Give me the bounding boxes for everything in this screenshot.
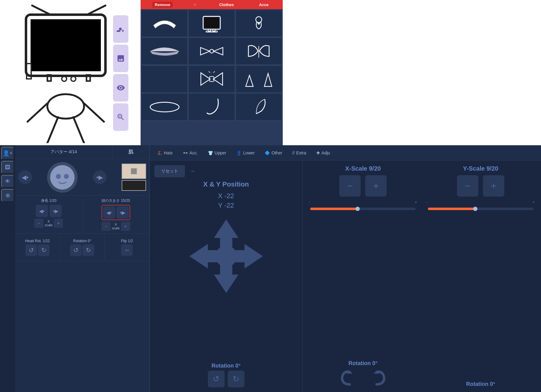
upper-label: Upper [215,150,226,155]
avatar-count-label: アバター 4/14 [50,149,77,155]
tab-hats[interactable]: 🎩 Hats [153,149,177,157]
acc-item-2[interactable] [188,10,235,37]
add-user-button[interactable] [113,15,128,43]
height-control-group: 身長 1/20 ◀• •▶ − Xscale + [15,196,83,233]
dash-separator: − [191,167,195,175]
height-scale-plus[interactable]: + [54,219,63,228]
acc-item-9[interactable] [236,65,282,93]
flip-group: Flip 1/2 ↔ [105,234,149,261]
head-rot-group: Head Rot. 1/22 ↺ ↻ [15,234,60,261]
acc-item-10[interactable] [141,93,188,120]
x-rotation-dials [337,369,389,387]
svg-point-9 [47,94,84,119]
acc-item-1[interactable] [141,10,188,37]
y-scale-fill [428,208,475,210]
acc-tab-acce[interactable]: Acce [257,2,271,8]
svg-point-8 [71,76,76,81]
acc-icon-bow [196,70,228,88]
head-rot-left-button[interactable]: ↺ [25,244,37,256]
height-decrease-button[interactable]: ◀• [36,205,48,217]
eye-button[interactable] [113,74,128,102]
head-decrease-button[interactable]: ◀• [103,206,115,219]
svg-line-25 [213,71,215,73]
x-scale-thumb[interactable] [355,207,360,211]
acc-item-12[interactable] [236,93,282,120]
xy-position-title: X & Y Position [203,180,249,188]
sidebar-top [113,15,130,131]
acc-icon-hook [196,98,228,116]
flip-button[interactable]: ↔ [121,244,133,256]
avatar-svg [11,2,127,143]
sidebar-bottom-btn-1[interactable]: 👤+ [1,147,14,160]
y-scale-plus-button[interactable]: + [483,175,504,197]
rotation-left-button[interactable]: ↺ [70,244,82,256]
dpad-left-shape [190,244,217,268]
acc-item-8[interactable] [188,65,235,93]
rotation-right-button[interactable]: ↻ [83,244,94,256]
height-scale-minus[interactable]: − [34,219,43,228]
y-scale-plus-label: + [532,200,535,205]
acc-item-4[interactable] [141,38,188,65]
x-scale-minus-button[interactable]: − [339,175,361,197]
svg-rect-18 [206,31,217,32]
acc-item-7[interactable] [141,65,188,93]
acc-tab-remove[interactable]: Remove [152,2,173,8]
height-increase-button[interactable]: •▶ [50,205,62,217]
zoom-in-button[interactable] [113,103,128,131]
head-scale-plus[interactable]: + [121,222,130,231]
height-label: 身長 1/20 [41,198,57,203]
svg-line-10 [28,103,47,122]
extra-label: Extra [296,150,306,155]
hats-label: Hats [164,150,173,155]
x-rotation-title: Rotation 0° [348,360,377,367]
acc-tab-clothes[interactable]: Clothes [217,2,236,8]
image-button[interactable] [113,45,128,72]
y-scale-track [428,208,533,210]
x-value: X -22 [218,191,234,201]
skin-color-dark-box[interactable] [122,180,146,191]
rotation-bottom-cw-button[interactable]: ↻ [228,371,245,387]
acc-item-6[interactable] [236,38,282,65]
y-scale-group: Y-Scale 9/20 − + - + [425,165,536,387]
y-scale-thumb[interactable] [473,207,477,211]
tab-adjust[interactable]: ✚ Adju [312,149,334,157]
x-scale-slider-labels: - + [307,200,419,205]
sidebar-bottom-btn-2[interactable]: 🖼 [1,161,14,174]
reset-button[interactable]: リセット [154,165,185,177]
image-icon [116,54,125,63]
acc-item-3[interactable] [236,10,282,37]
x-scale-plus-button[interactable]: + [365,175,387,197]
svg-line-5 [87,6,105,15]
head-scale-label: Xscale [112,223,120,230]
head-rot-label: Head Rot. 1/22 [25,239,50,243]
head-rot-right-button[interactable]: ↻ [38,244,50,256]
dpad-center-shape [215,246,237,267]
acc-item-5[interactable] [188,38,235,65]
tab-acc[interactable]: 👓 Acc. [178,149,202,157]
y-scale-slider[interactable] [425,208,536,210]
skin-color-box[interactable] [122,164,146,179]
tab-other[interactable]: 🔷 Other [260,149,286,157]
x-scale-slider[interactable] [307,208,419,210]
svg-point-27 [50,165,75,190]
avatar-prev-button[interactable]: ◀• [18,170,32,184]
acc-item-11[interactable] [188,93,235,120]
tab-upper[interactable]: 👕 Upper [204,149,230,157]
head-increase-button[interactable]: •▶ [116,206,129,219]
flip-arrows: ↔ [121,244,133,256]
rotation-bottom-ccw-button[interactable]: ↺ [208,371,225,387]
height-scale-label: Xscale [45,220,53,227]
panel-header: アバター 4/14 肌 [15,145,149,159]
y-scale-minus-button[interactable]: − [457,175,478,197]
sidebar-bottom-btn-3[interactable]: 👁 [1,175,14,188]
dpad-up-shape [214,220,238,247]
tab-extra[interactable]: // Extra [288,149,310,157]
tab-lower[interactable]: 👖 Lower [232,149,259,157]
avatar-next-button[interactable]: •▶ [93,170,107,184]
acc-icon: 👓 [183,150,188,155]
skin-box-container [122,164,146,191]
head-arrows-highlighted: ◀• •▶ [101,205,130,220]
svg-point-26 [150,102,179,112]
sidebar-bottom-btn-4[interactable]: ⊕ [1,189,14,202]
head-scale-minus[interactable]: − [101,222,111,231]
